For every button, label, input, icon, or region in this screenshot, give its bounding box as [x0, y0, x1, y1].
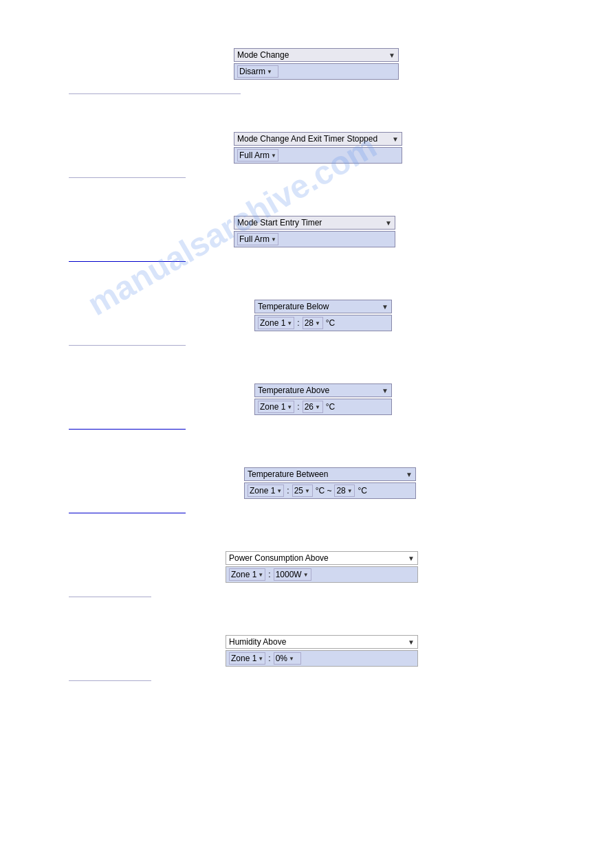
section-divider-6: [69, 513, 186, 513]
temp-below-separator: :: [297, 318, 299, 328]
temp-between-high-arrow-icon: ▼: [347, 488, 353, 494]
mode-change-dropdown[interactable]: Mode Change ▼: [234, 48, 399, 62]
temp-below-control: Temperature Below ▼ Zone 1 ▼ : 28 ▼ °C: [254, 300, 614, 331]
temp-between-low-arrow-icon: ▼: [305, 488, 310, 494]
power-value: 1000W: [276, 570, 302, 579]
section-power-consumption: Power Consumption Above ▼ Zone 1 ▼ : 100…: [0, 551, 614, 597]
humidity-above-arrow-icon: ▼: [408, 638, 415, 646]
power-separator: :: [268, 570, 270, 579]
section-temp-between: Temperature Between ▼ Zone 1 ▼ : 25 ▼ °C…: [0, 467, 614, 513]
section-divider-8: [69, 680, 151, 681]
mode-change-label: Mode Change: [237, 50, 289, 60]
disarm-value: Disarm: [239, 67, 265, 76]
mode-start-entry-dropdown[interactable]: Mode Start Entry Timer ▼: [234, 216, 395, 230]
humidity-zone-select[interactable]: Zone 1 ▼: [229, 652, 265, 665]
section-divider-4: [69, 345, 186, 346]
mode-change-exit-row: Full Arm ▼: [234, 147, 402, 164]
humidity-above-label: Humidity Above: [229, 637, 286, 647]
temp-below-row: Zone 1 ▼ : 28 ▼ °C: [254, 315, 392, 331]
mode-change-exit-dropdown[interactable]: Mode Change And Exit Timer Stopped ▼: [234, 132, 402, 146]
temp-between-unit1: °C ~: [316, 486, 332, 496]
temp-above-unit: °C: [326, 402, 335, 412]
full-arm-arrow-icon-2: ▼: [271, 236, 276, 243]
temp-between-low-value: 25: [294, 486, 303, 496]
temp-above-arrow-icon: ▼: [382, 387, 388, 394]
power-consumption-label: Power Consumption Above: [229, 553, 329, 563]
temp-below-zone-select[interactable]: Zone 1 ▼: [258, 317, 294, 329]
temp-above-value-select[interactable]: 26 ▼: [303, 401, 323, 413]
temp-above-row: Zone 1 ▼ : 26 ▼ °C: [254, 399, 392, 415]
power-zone-select[interactable]: Zone 1 ▼: [229, 568, 265, 581]
temp-above-dropdown[interactable]: Temperature Above ▼: [254, 383, 392, 397]
power-zone-value: Zone 1: [231, 570, 256, 579]
temp-below-dropdown[interactable]: Temperature Below ▼: [254, 300, 392, 313]
temp-below-value: 28: [305, 318, 314, 328]
temp-below-zone-value: Zone 1: [260, 318, 285, 328]
humidity-value-arrow-icon: ▼: [289, 656, 294, 662]
power-consumption-arrow-icon: ▼: [408, 555, 415, 562]
section-mode-change: Mode Change ▼ Disarm ▼: [0, 48, 614, 94]
power-zone-arrow-icon: ▼: [258, 572, 263, 578]
temp-between-label: Temperature Between: [248, 469, 328, 479]
temp-below-unit: °C: [326, 318, 335, 328]
temp-between-low-select[interactable]: 25 ▼: [292, 485, 313, 497]
section-divider-1: [69, 93, 241, 94]
mode-change-exit-label: Mode Change And Exit Timer Stopped: [237, 134, 377, 144]
power-consumption-dropdown[interactable]: Power Consumption Above ▼: [226, 551, 418, 565]
section-divider-3: [69, 261, 186, 262]
full-arm-select-2[interactable]: Full Arm ▼: [237, 233, 278, 245]
section-mode-change-exit: Mode Change And Exit Timer Stopped ▼ Ful…: [0, 132, 614, 178]
mode-start-entry-row: Full Arm ▼: [234, 231, 395, 247]
temp-between-zone-select[interactable]: Zone 1 ▼: [248, 485, 284, 497]
power-consumption-control: Power Consumption Above ▼ Zone 1 ▼ : 100…: [226, 551, 614, 583]
humidity-value: 0%: [276, 654, 287, 663]
power-value-select[interactable]: 1000W ▼: [274, 568, 311, 581]
temp-below-value-arrow-icon: ▼: [315, 320, 320, 326]
temp-between-zone-value: Zone 1: [250, 486, 275, 496]
page-container: manualsarchive.com Mode Change ▼ Disarm …: [0, 0, 614, 868]
humidity-above-dropdown[interactable]: Humidity Above ▼: [226, 635, 418, 649]
mode-change-arrow-icon: ▼: [388, 52, 395, 59]
mode-start-entry-label: Mode Start Entry Timer: [237, 218, 322, 227]
power-consumption-row: Zone 1 ▼ : 1000W ▼: [226, 566, 418, 583]
section-mode-start-entry: Mode Start Entry Timer ▼ Full Arm ▼: [0, 216, 614, 262]
temp-between-unit2: °C: [358, 486, 366, 496]
temp-between-zone-arrow-icon: ▼: [276, 488, 282, 494]
temp-above-zone-select[interactable]: Zone 1 ▼: [258, 401, 294, 413]
humidity-above-control: Humidity Above ▼ Zone 1 ▼ : 0% ▼: [226, 635, 614, 667]
temp-above-value: 26: [305, 402, 314, 412]
temp-above-zone-arrow-icon: ▼: [287, 404, 292, 410]
temp-between-row: Zone 1 ▼ : 25 ▼ °C ~ 28 ▼ °C: [244, 482, 416, 499]
disarm-arrow-icon: ▼: [267, 69, 272, 75]
humidity-value-select[interactable]: 0% ▼: [274, 652, 301, 665]
full-arm-value-1: Full Arm: [239, 151, 270, 160]
temp-below-zone-arrow-icon: ▼: [287, 320, 292, 326]
mode-start-entry-control: Mode Start Entry Timer ▼ Full Arm ▼: [234, 216, 614, 247]
disarm-select[interactable]: Disarm ▼: [237, 65, 278, 78]
temp-above-separator: :: [297, 402, 299, 412]
mode-start-entry-arrow-icon: ▼: [385, 219, 392, 227]
section-humidity-above: Humidity Above ▼ Zone 1 ▼ : 0% ▼: [0, 635, 614, 681]
temp-between-separator: :: [287, 486, 289, 496]
temp-between-high-value: 28: [336, 486, 345, 496]
temp-below-value-select[interactable]: 28 ▼: [303, 317, 323, 329]
full-arm-arrow-icon-1: ▼: [271, 153, 276, 159]
humidity-separator: :: [268, 654, 270, 663]
temp-between-arrow-icon: ▼: [406, 471, 413, 478]
humidity-zone-arrow-icon: ▼: [258, 656, 263, 662]
mode-change-control: Mode Change ▼ Disarm ▼: [234, 48, 614, 80]
humidity-zone-value: Zone 1: [231, 654, 256, 663]
mode-change-exit-arrow-icon: ▼: [392, 135, 399, 143]
mode-change-row: Disarm ▼: [234, 63, 399, 80]
temp-below-label: Temperature Below: [258, 302, 329, 311]
temp-above-zone-value: Zone 1: [260, 402, 285, 412]
temp-between-high-select[interactable]: 28 ▼: [334, 485, 355, 497]
section-divider-2: [69, 177, 186, 178]
section-temp-above: Temperature Above ▼ Zone 1 ▼ : 26 ▼ °C: [0, 383, 614, 430]
temp-above-value-arrow-icon: ▼: [315, 404, 320, 410]
full-arm-select-1[interactable]: Full Arm ▼: [237, 149, 278, 162]
section-temp-below: Temperature Below ▼ Zone 1 ▼ : 28 ▼ °C: [0, 300, 614, 346]
temp-between-dropdown[interactable]: Temperature Between ▼: [244, 467, 416, 481]
temp-between-control: Temperature Between ▼ Zone 1 ▼ : 25 ▼ °C…: [244, 467, 614, 499]
section-divider-7: [69, 597, 151, 597]
